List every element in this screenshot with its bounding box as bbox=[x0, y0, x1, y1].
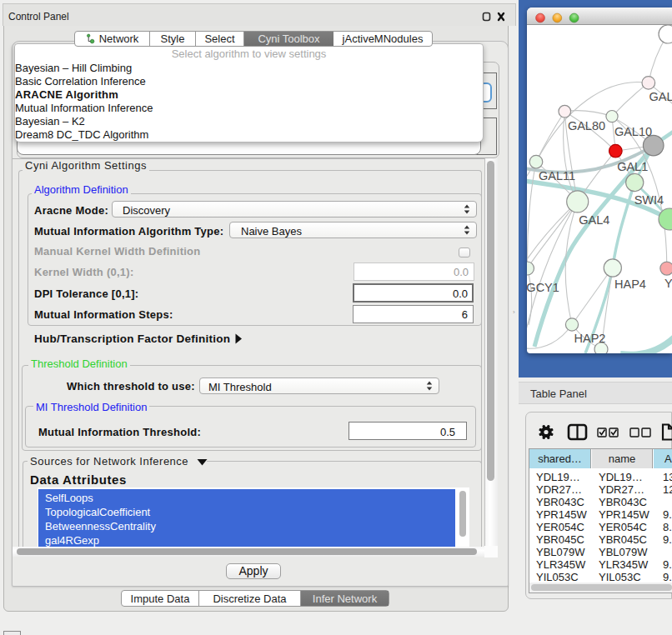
svg-text:GAL80: GAL80 bbox=[568, 119, 605, 132]
svg-text:GAL1: GAL1 bbox=[617, 160, 648, 173]
svg-text:GCY1: GCY1 bbox=[527, 281, 559, 294]
svg-text:Y: Y bbox=[664, 277, 672, 290]
svg-text:GAL4: GAL4 bbox=[579, 213, 609, 227]
svg-text:HAP4: HAP4 bbox=[614, 278, 646, 291]
svg-text:GAL11: GAL11 bbox=[539, 169, 575, 182]
svg-text:GAL10: GAL10 bbox=[614, 125, 652, 138]
svg-text:HAP2: HAP2 bbox=[574, 332, 606, 345]
svg-text:SWI4: SWI4 bbox=[634, 193, 664, 207]
svg-text:GAL7: GAL7 bbox=[649, 90, 672, 103]
